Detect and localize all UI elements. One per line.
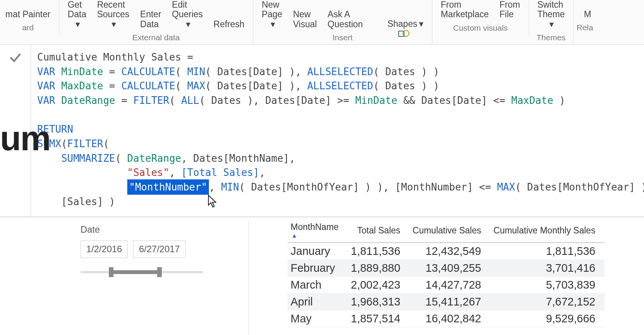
- sort-asc-icon: ▲: [291, 232, 338, 239]
- col-monthname[interactable]: MonthName▲: [288, 220, 348, 243]
- ask-a-question-button[interactable]: Ask A Question: [322, 10, 368, 31]
- slider-handle-start[interactable]: [109, 267, 113, 277]
- formula-bar: Cumulative Monthly Sales = VAR MinDate =…: [0, 45, 644, 217]
- truncated-title: um: [0, 119, 50, 158]
- shapes-icon: [374, 19, 385, 29]
- ribbon: mat Painter ard Get Data▾ Recent Sources…: [0, 0, 644, 45]
- ribbon-group-rel: Rela: [577, 21, 593, 34]
- switch-theme-button[interactable]: Switch Theme▾: [532, 0, 570, 31]
- col-cumulative-sales[interactable]: Cumulative Sales: [409, 220, 490, 243]
- enter-data-button[interactable]: Enter Data: [135, 10, 167, 31]
- format-painter-button[interactable]: mat Painter: [0, 10, 56, 21]
- slicer-title: Date: [80, 224, 272, 235]
- slicer-start-input[interactable]: 1/2/2016: [80, 240, 128, 258]
- mouse-cursor-icon: [207, 194, 217, 212]
- slider-handle-end[interactable]: [157, 267, 162, 277]
- commit-check-icon[interactable]: [8, 50, 23, 66]
- col-cumulative-monthly[interactable]: Cumulative Monthly Sales: [490, 220, 605, 243]
- from-file-button[interactable]: From File: [494, 0, 526, 21]
- slicer-end-input[interactable]: 6/27/2017: [133, 240, 186, 258]
- relationships-button[interactable]: M: [578, 10, 591, 21]
- recent-sources-button[interactable]: Recent Sources▾: [92, 0, 135, 31]
- new-visual-button[interactable]: New Visual: [288, 10, 322, 31]
- divider: [248, 220, 249, 335]
- from-marketplace-button[interactable]: From Marketplace: [435, 0, 494, 21]
- new-page-button[interactable]: New Page▾: [256, 0, 288, 31]
- ribbon-group-custom: Custom visuals: [453, 21, 508, 35]
- edit-queries-button[interactable]: Edit Queries▾: [167, 0, 209, 31]
- get-data-button[interactable]: Get Data▾: [62, 0, 92, 31]
- table-row[interactable]: January1,811,53612,432,5491,811,536: [288, 243, 605, 260]
- formula-editor[interactable]: Cumulative Monthly Sales = VAR MinDate =…: [31, 45, 644, 217]
- refresh-button[interactable]: Refresh: [208, 20, 250, 31]
- date-slicer[interactable]: Date 1/2/2016 6/27/2017: [0, 217, 272, 327]
- ribbon-group-themes: Themes: [537, 31, 566, 44]
- ribbon-group-insert: Insert: [332, 31, 353, 44]
- slider-range: [110, 270, 159, 274]
- col-total-sales[interactable]: Total Sales: [348, 220, 409, 243]
- slicer-slider[interactable]: [80, 266, 203, 278]
- table-row[interactable]: April1,968,31315,411,2677,672,152: [288, 294, 605, 310]
- table-visual[interactable]: MonthName▲ Total Sales Cumulative Sales …: [288, 220, 605, 327]
- shapes-button[interactable]: Shapes▾: [368, 19, 429, 31]
- table-row[interactable]: February1,889,88013,409,2553,701,416: [288, 260, 605, 277]
- table-row[interactable]: March2,002,42314,427,7285,703,839: [288, 277, 605, 294]
- table-row[interactable]: May1,857,51416,402,8429,529,666: [288, 310, 605, 327]
- ribbon-group-external: External data: [132, 31, 180, 44]
- ribbon-group-clipboard: ard: [22, 21, 34, 34]
- selection-highlight: "MonthNumber": [127, 179, 209, 195]
